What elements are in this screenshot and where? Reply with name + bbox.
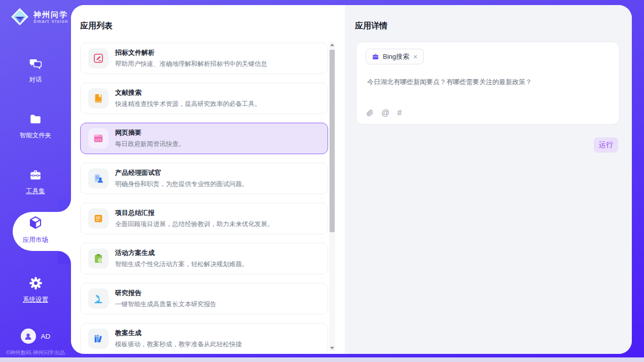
scrollbar-up-arrow[interactable] [329,42,335,48]
app-card-5[interactable]: 项目总结汇报全面回顾项目进展，总结经验教训，助力未来优化发展。 [80,203,328,234]
app-icon-tile: </> [88,128,109,149]
app-icon-tile [88,248,109,269]
mention-icon[interactable]: @ [381,109,389,117]
sidebar: 神州问学 Smart Vision 对话智能文件夹工具集应用市场系统设置 AD … [0,0,71,362]
app-card-name: 活动方案生成 [115,248,248,258]
clipboard-check-icon [93,253,104,264]
sidebar-item-2[interactable]: 智能文件夹 [0,113,71,140]
app-card-name: 产品经理面试官 [115,168,248,177]
copyright-footer: ©神州数码·神州问学出品 [0,349,71,356]
app-card-name: 文献搜索 [115,88,261,97]
logo-gem-icon [10,7,29,26]
research-icon [93,293,104,304]
query-input[interactable]: 今日湖北有哪些新闻要点？有哪些需要关注的最新政策？ [367,77,609,87]
app-card-description: 一键智能生成高质量长文本研究报告 [115,300,217,309]
app-card-1[interactable]: 招标文件解析帮助用户快速、准确地理解和解析招标书中的关键信息 [80,43,328,74]
app-card-description: 每日政府新闻资讯快查。 [115,140,185,149]
briefcase-icon [372,53,379,60]
sidebar-item-5[interactable]: 系统设置 [0,276,71,304]
user-profile[interactable]: AD [0,329,71,344]
user-icon [24,332,32,341]
folder-icon [29,113,42,128]
tool-tag-bing-search[interactable]: Bing搜索 × [366,49,424,64]
app-card-4[interactable]: 产品经理面试官明确身份和职责，为您提供专业性的面试问题。 [80,163,328,194]
app-card-2[interactable]: 文献搜索快速精准查找学术资源，提高研究效率的必备工具。 [80,83,328,114]
app-card-description: 帮助用户快速、准确地理解和解析招标书中的关键信息 [115,60,267,68]
app-card-7[interactable]: 研究报告一键智能生成高质量长文本研究报告 [80,283,328,314]
sidebar-item-4[interactable]: 应用市场 [0,215,71,244]
chat-icon [29,57,42,72]
brand-name: 神州问学 [33,10,68,19]
list-scrollbar[interactable] [329,42,335,351]
app-icon-tile [88,88,109,108]
app-list-title: 应用列表 [80,21,113,31]
app-card-description: 全面回顾项目进展，总结经验教训，助力未来优化发展。 [115,220,274,229]
main-content: 应用列表 招标文件解析帮助用户快速、准确地理解和解析招标书中的关键信息文献搜索快… [71,5,632,354]
app-icon-tile [88,48,109,68]
bottom-edge-strip [0,357,644,362]
sidebar-item-1[interactable]: 对话 [0,57,71,84]
app-icon-tile [88,329,109,349]
app-card-description: 明确身份和职责，为您提供专业性的面试问题。 [115,180,248,189]
app-card-3[interactable]: </>网页摘要每日政府新闻资讯快查。 [80,123,328,154]
sidebar-item-label: 智能文件夹 [20,131,52,140]
attachment-icon[interactable] [366,108,374,117]
app-card-name: 招标文件解析 [115,48,267,57]
sidebar-item-3[interactable]: 工具集 [0,168,71,196]
sidebar-item-label: 对话 [29,76,42,84]
sidebar-item-label: 系统设置 [23,296,48,304]
app-card-name: 研究报告 [115,288,217,298]
scrollbar-thumb[interactable] [330,50,335,232]
scrollbar-down-arrow[interactable] [329,345,335,351]
app-detail-title: 应用详情 [355,21,387,31]
sidebar-item-label: 工具集 [26,187,45,196]
app-card-description: 模板驱动，教案秒成，教学准备从此轻松快捷 [115,340,242,349]
close-icon[interactable]: × [413,53,418,60]
books-icon [93,333,104,344]
app-card-6[interactable]: 活动方案生成智能生成个性化活动方案，轻松解决规划难题。 [80,243,328,274]
browser-code-icon: </> [93,133,104,144]
user-name: AD [41,333,51,340]
app-card-name: 网页摘要 [115,128,185,137]
app-icon-tile [88,208,109,229]
app-detail-panel: 应用详情 Bing搜索 × 今日湖北有哪些新闻要点？有哪些需要关注的最新政策？ … [345,5,632,354]
app-card-8[interactable]: 教案生成模板驱动，教案秒成，教学准备从此轻松快捷 [80,323,328,354]
svg-text:</>: </> [95,138,101,142]
cube-icon [28,215,43,232]
run-button[interactable]: 运行 [594,137,618,153]
app-card-name: 项目总结汇报 [115,208,274,218]
sidebar-item-label: 应用市场 [23,236,48,244]
app-card-name: 教案生成 [115,329,242,338]
app-list-panel: 应用列表 招标文件解析帮助用户快速、准确地理解和解析招标书中的关键信息文献搜索快… [71,5,345,354]
app-logo: 神州问学 Smart Vision [10,7,68,26]
tool-tag-label: Bing搜索 [383,52,409,61]
edit-doc-icon [93,53,104,64]
hashtag-icon[interactable]: # [397,109,402,117]
toolbox-icon [29,168,42,184]
brand-subtitle: Smart Vision [33,19,68,24]
app-card-description: 快速精准查找学术资源，提高研究效率的必备工具。 [115,100,261,108]
calendar-note-icon [93,213,104,224]
app-card-description: 智能生成个性化活动方案，轻松解决规划难题。 [115,260,248,269]
avatar [21,329,36,344]
app-icon-tile [88,288,109,309]
gear-icon [29,276,43,292]
interview-icon [93,173,104,184]
book-icon [93,93,104,104]
app-icon-tile [88,168,109,189]
query-card: Bing搜索 × 今日湖北有哪些新闻要点？有哪些需要关注的最新政策？ @# [356,42,620,125]
